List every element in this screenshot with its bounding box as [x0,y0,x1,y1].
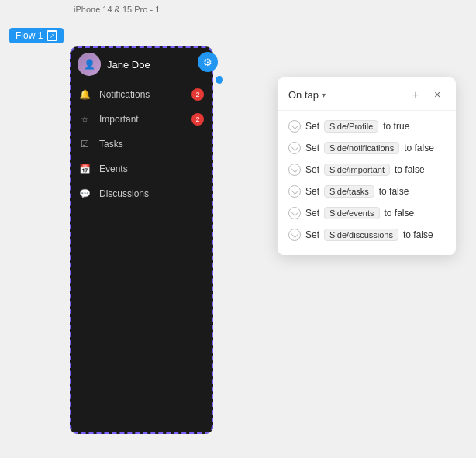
panel-row: Set Side/discussions to false [278,224,456,246]
row-icon [288,164,301,176]
nav-label: Notifications [99,89,150,100]
panel-row: Set Side/events to false [278,202,456,224]
export-icon [47,30,57,41]
nav-label: Events [99,164,128,174]
nav-icon-important: ☆ [79,114,90,125]
row-value: to false [404,143,434,153]
nav-item[interactable]: ☑ Tasks [70,132,213,157]
nav-item[interactable]: 🔔 Notifications 2 [70,82,213,107]
add-button[interactable]: + [408,87,423,102]
nav-icon-tasks: ☑ [79,139,90,150]
row-verb: Set [305,164,319,175]
panel-title[interactable]: On tap ▾ [288,89,326,101]
panel-row: Set Side/notifications to false [278,137,456,159]
nav-icon-notifications: 🔔 [79,89,90,100]
panel-row: Set Side/important to false [278,159,456,181]
panel-title-text: On tap [288,89,319,101]
row-value: to false [385,208,415,219]
panel-row: Set Side/Profile to true [278,115,456,137]
device-label: iPhone 14 & 15 Pro - 1 [74,5,160,14]
nav-item[interactable]: 📅 Events [70,157,213,181]
avatar: 👤 [78,53,101,76]
panel-row: Set Side/tasks to false [278,181,456,202]
flow-tag-label: Flow 1 [16,30,43,41]
row-icon [288,229,301,241]
action-panel: On tap ▾ + × Set Side/Profile to true Se… [278,77,456,255]
row-verb: Set [305,121,319,132]
row-value: to false [395,164,425,175]
user-name: Jane Doe [107,59,150,71]
chevron-down-icon: ▾ [322,91,326,99]
row-verb: Set [305,186,319,197]
nav-label: Important [99,114,139,125]
nav-icon-discussions: 💬 [79,188,90,199]
nav-label: Tasks [99,139,123,150]
row-chip[interactable]: Side/notifications [324,142,399,154]
avatar-image: 👤 [78,53,101,76]
nav-badge: 2 [191,88,204,101]
nav-label: Discussions [99,188,149,199]
row-icon [288,142,301,154]
panel-header-actions: + × [408,87,445,102]
nav-item[interactable]: 💬 Discussions [70,181,213,206]
row-verb: Set [305,208,319,219]
row-verb: Set [305,143,319,153]
nav-icon-events: 📅 [79,164,90,174]
connector-dot [216,76,223,84]
row-icon [288,120,301,133]
row-chip[interactable]: Side/discussions [324,229,398,241]
nav-item[interactable]: ☆ Important 2 [70,107,213,132]
nav-badge: 2 [191,113,204,126]
close-button[interactable]: × [429,87,445,102]
row-chip[interactable]: Side/important [324,164,390,176]
row-value: to false [379,186,409,197]
flow-tag[interactable]: Flow 1 [9,28,64,43]
phone-frame: 👤 Jane Doe 🔔 Notifications 2 ☆ Important… [70,46,213,434]
settings-icon[interactable] [198,52,218,72]
row-chip[interactable]: Side/tasks [324,185,374,198]
row-icon [288,185,301,198]
row-value: to true [383,121,409,132]
panel-header: On tap ▾ + × [278,87,456,111]
row-value: to false [403,229,433,240]
nav-list: 🔔 Notifications 2 ☆ Important 2 ☑ Tasks … [70,82,213,206]
row-icon [288,207,301,219]
panel-rows: Set Side/Profile to true Set Side/notifi… [278,115,456,246]
row-chip[interactable]: Side/events [324,207,379,219]
row-chip[interactable]: Side/Profile [324,120,378,133]
row-verb: Set [305,229,319,240]
user-header[interactable]: 👤 Jane Doe [70,46,213,82]
